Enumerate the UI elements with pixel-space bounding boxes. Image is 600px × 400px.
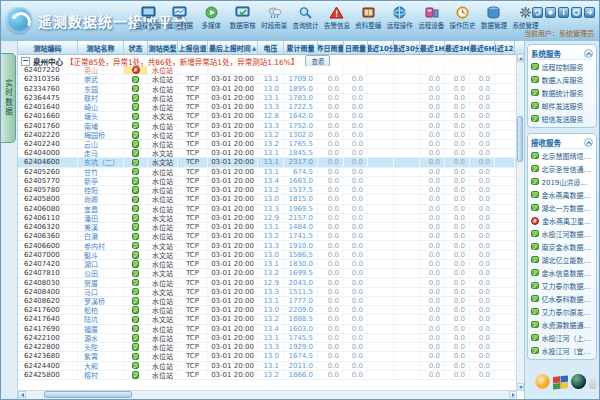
column-header-7[interactable]: 电压 [258,41,284,54]
table-row[interactable]: 62364475联村✓水位站TCP03-01 20:0013.11783.00.… [18,94,517,103]
service-item[interactable]: ✓邮件发送服务 [531,99,593,112]
table-row[interactable]: 62417600松柏✓水位站TCP03-01 20:0013.02209.00.… [18,306,517,315]
service-item[interactable]: ✓南京金水数据接... [531,240,593,253]
vertical-scroll-thumb[interactable] [517,116,523,162]
toolbar-button-10[interactable]: 远程设备 [416,3,447,40]
toolbar-button-9[interactable]: 远程操作 [384,3,415,40]
skin-button[interactable] [545,7,556,18]
table-row[interactable]: 62405770新亭✓水位站TCP03-01 20:0013.41663.00.… [18,177,517,186]
column-header-10[interactable]: 日雨量 [344,41,368,54]
table-row[interactable]: 62402240云山✓水位站TCP03-01 20:0013.21765.50.… [18,140,517,149]
horizontal-scroll-thumb[interactable] [44,391,132,398]
table-row[interactable]: 62408400马口✓水文站TCP03-01 20:0013.31511.50.… [18,288,517,297]
column-header-8[interactable]: 累计雨量 [284,41,318,54]
table-row[interactable]: 62405800尚卿✓水位站TCP03-01 20:0013.01815.00.… [18,195,517,204]
collapse-icon[interactable] [584,49,593,58]
toolbar-button-8[interactable]: 资料整编 [353,3,384,40]
table-row[interactable]: 62406080宜昌✓水位站TCP03-01 20:0013.31969.50.… [18,205,517,214]
toolbar-button-1[interactable]: 监视设置 [133,3,164,40]
column-header-1[interactable]: 测站编码 [18,41,78,54]
table-row[interactable]: 62405780桂阳✓水位站TCP03-01 20:0013.21537.50.… [18,186,517,195]
column-header-2[interactable]: 测站名称 [78,41,124,54]
column-header-13[interactable]: 最近1H [420,41,445,54]
toolbar-button-5[interactable]: 时段雨量 [259,3,290,40]
toolbar-button-11[interactable]: 操作历史 [447,3,478,40]
home-button[interactable] [571,7,582,18]
service-item[interactable]: ✓数据入库服务 [531,73,593,86]
service-item[interactable]: ✓水资源数据通信... [531,318,593,331]
service-item[interactable]: ✗金水燕禹卫星接... [531,214,593,227]
table-row[interactable]: 62422100源水✓水位站TCP03-01 20:0013.11745.50.… [18,334,517,343]
toolbar-button-3[interactable]: 多媒体 [196,3,227,40]
collapse-icon[interactable] [584,138,593,147]
table-row[interactable]: 62401660塘头✓水文站TCP03-01 20:0012.81642.00.… [18,112,517,121]
scroll-down-arrow-icon[interactable] [517,383,524,391]
horizontal-scrollbar[interactable] [18,390,517,399]
column-header-14[interactable]: 最近3H [445,41,470,54]
table-row[interactable]: 62401760南埔✓水位站TCP03-01 20:0013.31752.00.… [18,121,517,130]
service-item[interactable]: ✓水投江河（上饶... [531,331,593,344]
service-item[interactable]: ✓数据统计服务 [531,86,593,99]
exit-button[interactable] [584,7,595,18]
column-header-11[interactable]: 最近10分 [368,41,394,54]
table-row[interactable]: 62423680紫霄✓水位站TCP03-01 20:0013.01674.50.… [18,352,517,361]
service-item[interactable]: ✓水投江河数据接... [531,227,593,240]
table-row[interactable]: 62407220英山✗水位站 [18,66,517,75]
table-row[interactable]: 62401640崎山✓水位站TCP03-01 20:0013.31722.50.… [18,103,517,112]
service-item[interactable]: ✓湖北亿立能数据... [531,253,593,266]
table-row[interactable]: 62404600东坑（二）✓水文站TCP03-01 20:0013.12317.… [18,158,517,167]
table-row[interactable]: 62405260甘竹✓水位站TCP03-01 20:0013.1674.50.0… [18,168,517,177]
service-item[interactable]: ✓2019山洪设... [531,175,593,188]
table-row[interactable]: 62406600参内村✓水文站TCP03-01 20:0013.31910.00… [18,241,517,250]
table-row[interactable]: 62402220梅园桥✓水位站TCP03-01 20:0013.21302.00… [18,131,517,140]
service-item[interactable]: ✓水投江河（宜春... [531,344,593,357]
table-row[interactable]: 62406360白濑✓水位站TCP03-01 20:0013.21741.50.… [18,232,517,241]
toolbar-button-2[interactable]: 遥测数据 [164,3,195,40]
table-row[interactable]: 62407810公田✓水文站TCP03-01 20:0013.21699.50.… [18,269,517,278]
column-header-3[interactable]: 状态 [124,41,148,54]
service-item[interactable]: ✓艾力泰尔数据接... [531,279,593,292]
table-row[interactable]: 62310356崇武✓水位站TCP03-01 20:0013.11709.00.… [18,75,517,84]
column-header-12[interactable]: 最近30分 [394,41,420,54]
left-tab-realtime-data[interactable]: 实时数据 [1,53,16,143]
info-button[interactable] [558,7,569,18]
table-row[interactable]: 62422800头陀✓水位站TCP03-01 20:0013.31929.00.… [18,343,517,352]
service-item[interactable]: ✓远程控制服务 [531,60,593,73]
table-row[interactable]: 62417640陆坑✓水文站TCP03-01 20:0013.21888.50.… [18,315,517,324]
toolbar-button-4[interactable]: 数据审核 [227,3,258,40]
group-collapse-icon[interactable] [21,57,30,66]
vertical-scrollbar[interactable] [516,54,524,391]
service-item[interactable]: ✓短信发送服务 [531,112,593,125]
refresh-button[interactable] [532,7,543,18]
scroll-up-arrow-icon[interactable] [517,54,524,62]
service-item[interactable]: ✓亿水泰科数据接... [531,292,593,305]
column-header-5[interactable]: 上报信道 [178,41,208,54]
service-item[interactable]: ✓金水燕禹数据接... [531,188,593,201]
service-item[interactable]: ✓艾力泰尔原发数... [531,305,593,318]
table-row[interactable]: 62404000走马✓水文站TCP03-01 20:0013.11845.50.… [18,149,517,158]
column-header-16[interactable]: 最近12H [495,41,515,54]
service-item[interactable]: ✓湖北一方数据接... [531,201,593,214]
toolbar-button-7[interactable]: 告警信息 [321,3,352,40]
table-row[interactable]: 62407000魁斗✓水文站TCP03-01 20:0013.01586.50.… [18,251,517,260]
toolbar-button-6[interactable]: 查询统计 [290,3,321,40]
column-header-15[interactable]: 最近6H [470,41,495,54]
table-row[interactable]: 62417690福厝✓水位站TCP03-01 20:0013.41603.00.… [18,325,517,334]
table-row[interactable]: 62424400大和✓水位站TCP03-01 20:0013.12011.00.… [18,362,517,371]
column-header-9[interactable]: 昨日雨量 [318,41,344,54]
column-header-4[interactable]: 测站类型 [148,41,178,54]
table-row[interactable]: 62407420湖口✓水位站TCP03-01 20:0013.11830.00.… [18,260,517,269]
scroll-left-arrow-icon[interactable] [18,391,26,398]
toolbar-button-12[interactable]: 数据管理 [478,3,509,40]
table-row[interactable]: 62425800榕村✓水位站TCP03-01 20:0013.21866.00.… [18,371,517,380]
table-row[interactable]: 62406320美溪✓水位站TCP03-01 20:0013.11484.00.… [18,223,517,232]
table-row[interactable]: 62406110潘田✓水文站TCP03-01 20:0012.92157.00.… [18,214,517,223]
column-header-6[interactable]: 最后上报时间▲ [208,41,258,54]
table-row[interactable]: 62334760东园✓水位站TCP03-01 20:0013.01895.00.… [18,84,517,93]
scroll-right-arrow-icon[interactable] [509,391,517,398]
service-item[interactable]: ✓北京圣世信通数... [531,162,593,175]
service-item[interactable]: ✓金水信息数据接... [531,266,593,279]
table-row[interactable]: 62408030贺厝✓水位站TCP03-01 20:0012.92043.00.… [18,278,517,287]
table-row[interactable]: 62408620罗溪桥✓水位站TCP03-01 20:0013.11777.00… [18,297,517,306]
service-item[interactable]: ✓北京慧图晴境数... [531,149,593,162]
